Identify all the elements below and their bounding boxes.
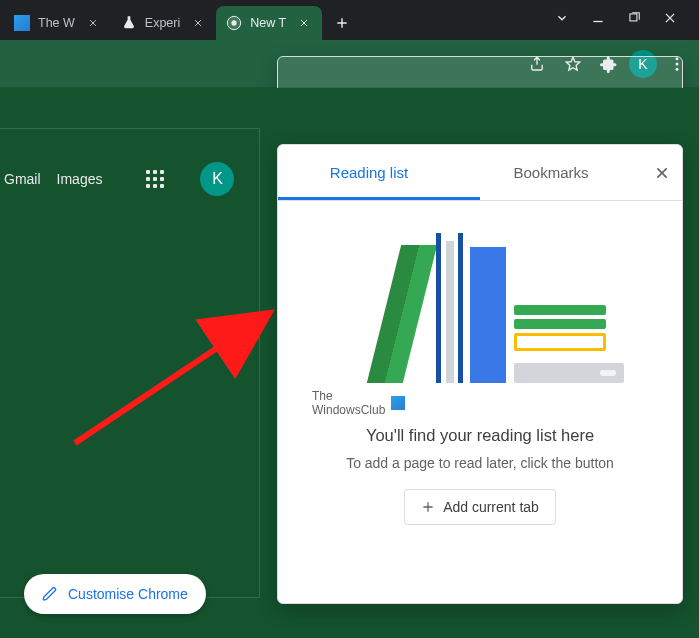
browser-tab-3-active[interactable]: New T	[216, 6, 322, 40]
browser-toolbar: K	[0, 40, 699, 88]
images-link[interactable]: Images	[53, 167, 107, 191]
side-panel-body: The WindowsClub You'll find your reading…	[278, 201, 682, 603]
reading-list-headline: You'll find your reading list here	[366, 426, 594, 445]
tab-title: The W	[38, 16, 75, 30]
add-current-tab-button[interactable]: Add current tab	[404, 489, 556, 525]
svg-rect-3	[630, 14, 637, 21]
close-window-icon[interactable]	[663, 11, 677, 29]
watermark-line2: WindowsClub	[312, 403, 385, 417]
flask-icon	[121, 15, 137, 31]
tab-label: Reading list	[330, 164, 408, 181]
reading-list-illustration	[350, 223, 610, 383]
close-icon	[654, 165, 670, 181]
svg-point-2	[232, 20, 237, 25]
pencil-icon	[42, 586, 58, 602]
tab-label: Bookmarks	[513, 164, 588, 181]
ntp-avatar[interactable]: K	[200, 162, 234, 196]
tab-title: New T	[250, 16, 286, 30]
tab-strip: The W Experi New T	[0, 0, 699, 40]
window-controls	[537, 0, 699, 40]
customise-chrome-button[interactable]: Customise Chrome	[24, 574, 206, 614]
minimize-icon[interactable]	[591, 11, 605, 29]
side-panel-tabs: Reading list Bookmarks	[278, 145, 682, 201]
watermark-line1: The	[312, 389, 385, 403]
close-icon[interactable]	[296, 15, 312, 31]
side-panel-close[interactable]	[642, 165, 682, 181]
tab-title: Experi	[145, 16, 180, 30]
maximize-icon[interactable]	[627, 11, 641, 29]
add-current-tab-label: Add current tab	[443, 499, 539, 515]
close-icon[interactable]	[190, 15, 206, 31]
tab-reading-list[interactable]: Reading list	[278, 145, 460, 200]
chrome-icon	[226, 15, 242, 31]
avatar-letter: K	[212, 170, 223, 188]
customise-label: Customise Chrome	[68, 586, 188, 602]
gmail-link[interactable]: Gmail	[0, 167, 45, 191]
new-tab-button[interactable]	[328, 9, 356, 37]
side-panel: Reading list Bookmarks	[277, 144, 683, 604]
browser-tab-1[interactable]: The W	[4, 6, 111, 40]
reading-list-subtext: To add a page to read later, click the b…	[324, 455, 636, 471]
watermark: The WindowsClub	[312, 389, 405, 418]
chevron-down-icon[interactable]	[555, 11, 569, 29]
browser-tab-2[interactable]: Experi	[111, 6, 216, 40]
favicon-site1	[14, 15, 30, 31]
tab-underline	[278, 197, 480, 200]
watermark-icon	[391, 396, 405, 410]
tab-bookmarks[interactable]: Bookmarks	[460, 145, 642, 200]
close-icon[interactable]	[85, 15, 101, 31]
new-tab-page: Gmail Images K Customise Chrome Reading …	[0, 88, 699, 638]
apps-grid-icon[interactable]	[146, 170, 164, 188]
plus-icon	[421, 500, 435, 514]
ntp-panel-edge	[0, 128, 260, 598]
ntp-top-links: Gmail Images K	[0, 162, 234, 196]
